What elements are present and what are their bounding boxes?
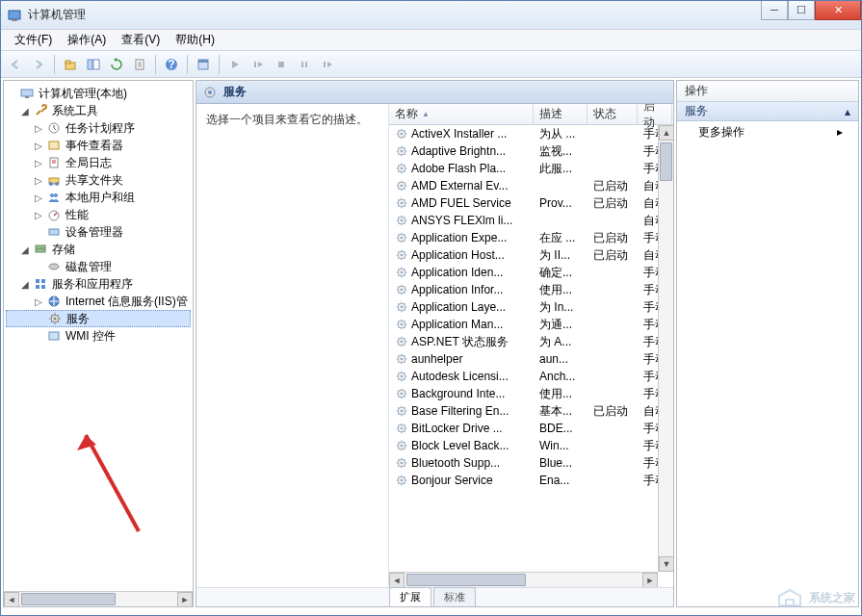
scroll-left-button[interactable]: ◄ [4, 592, 19, 607]
service-row[interactable]: ANSYS FLEXlm li...自动 [389, 212, 673, 229]
service-rows[interactable]: ActiveX Installer ...为从 ...手动Adaptive Br… [389, 125, 673, 587]
actions-section[interactable]: 服务 ▴ [677, 102, 858, 121]
menu-view[interactable]: 查看(V) [114, 30, 168, 50]
maximize-button[interactable]: ☐ [788, 1, 815, 20]
scroll-track[interactable] [659, 141, 673, 556]
services-hscrollbar[interactable]: ◄ ► [389, 572, 658, 587]
collapse-icon[interactable]: ◢ [19, 279, 31, 290]
tree-pane[interactable]: 计算机管理(本地) ◢ 系统工具 ▷ 任务计划程序 ▷ 事件查看器 [3, 80, 194, 607]
tree-shared-folders[interactable]: ▷ 共享文件夹 [6, 171, 191, 189]
scroll-thumb[interactable] [21, 593, 116, 605]
service-row[interactable]: aunhelperaun...手动 [389, 350, 673, 368]
service-row[interactable]: Application Expe...在应 ...已启动手动 [389, 229, 673, 246]
menu-help[interactable]: 帮助(H) [168, 30, 222, 50]
tree-wmi[interactable]: WMI 控件 [6, 327, 191, 345]
tree-device-manager[interactable]: 设备管理器 [6, 223, 191, 241]
restart-service-button[interactable] [317, 54, 338, 75]
svg-rect-38 [49, 332, 59, 340]
service-row[interactable]: Base Filtering En...基本...已启动自动 [389, 402, 673, 420]
expand-icon[interactable]: ▷ [33, 141, 44, 151]
tab-standard[interactable]: 标准 [433, 587, 476, 606]
show-hide-tree-button[interactable] [83, 54, 104, 75]
scroll-thumb[interactable] [406, 574, 526, 586]
more-actions-item[interactable]: 更多操作 ▸ [677, 121, 858, 142]
minimize-button[interactable]: ─ [761, 1, 788, 20]
collapse-icon[interactable]: ◢ [19, 244, 31, 255]
refresh-button[interactable] [106, 54, 127, 75]
nav-back-button[interactable] [5, 54, 26, 75]
service-row[interactable]: AMD External Ev...已启动自动 [389, 177, 673, 194]
service-row[interactable]: Bluetooth Supp...Blue...手动 [389, 454, 673, 472]
expand-icon[interactable]: ▷ [33, 192, 44, 203]
start-service-button[interactable] [224, 54, 246, 75]
tree-services[interactable]: 服务 [6, 310, 191, 327]
menu-action[interactable]: 操作(A) [60, 30, 114, 50]
service-row[interactable]: Application Laye...为 In...手动 [389, 298, 673, 316]
col-desc-header[interactable]: 描述 [534, 104, 588, 124]
service-row[interactable]: AMD FUEL ServiceProv...已启动自动 [389, 194, 673, 212]
service-row[interactable]: ActiveX Installer ...为从 ...手动 [389, 125, 673, 142]
scroll-up-button[interactable]: ▲ [659, 125, 673, 141]
tree-disk-mgmt[interactable]: 磁盘管理 [6, 258, 191, 275]
collapse-icon[interactable]: ◢ [19, 106, 31, 116]
titlebar[interactable]: 计算机管理 ─ ☐ ✕ [1, 1, 861, 30]
tree-storage[interactable]: ◢ 存储 [6, 241, 191, 258]
svg-rect-14 [305, 62, 307, 67]
tree-label: 服务和应用程序 [50, 276, 133, 293]
col-status-header[interactable]: 状态 [588, 104, 638, 124]
export-button[interactable] [129, 54, 150, 75]
tree-global-log[interactable]: ▷ 全局日志 [6, 154, 191, 171]
pause-then-button[interactable] [248, 54, 269, 75]
up-button[interactable] [60, 54, 81, 75]
cell-name: Application Laye... [389, 300, 534, 314]
menu-file[interactable]: 文件(F) [7, 30, 60, 50]
expand-icon[interactable]: ▷ [33, 175, 44, 186]
properties-button[interactable] [193, 54, 214, 75]
service-row[interactable]: Adaptive Brightn...监视...手动 [389, 142, 673, 160]
cell-desc: BDE... [534, 422, 588, 435]
service-row[interactable]: Application Man...为通...手动 [389, 316, 673, 333]
service-row[interactable]: Application Host...为 II...已启动自动 [389, 246, 673, 264]
service-row[interactable]: Application Infor...使用...手动 [389, 281, 673, 298]
expand-icon[interactable]: ▷ [33, 158, 44, 168]
nav-forward-button[interactable] [28, 54, 49, 75]
tree-iis[interactable]: ▷ Internet 信息服务(IIS)管 [6, 293, 191, 310]
services-vscrollbar[interactable]: ▲ ▼ [658, 125, 673, 572]
scroll-left-button[interactable]: ◄ [389, 573, 405, 587]
col-name-header[interactable]: 名称▲ [389, 104, 534, 124]
expand-icon[interactable]: ▷ [33, 296, 44, 307]
scroll-track[interactable] [405, 573, 642, 587]
stop-service-button[interactable] [271, 54, 292, 75]
expand-icon[interactable]: ▷ [33, 210, 44, 220]
svg-rect-15 [324, 62, 326, 67]
pause-service-button[interactable] [294, 54, 315, 75]
tree-root[interactable]: 计算机管理(本地) [6, 85, 191, 102]
tree-hscrollbar[interactable]: ◄ ► [4, 591, 193, 606]
close-button[interactable]: ✕ [815, 1, 861, 20]
help-button[interactable]: ? [161, 54, 182, 75]
service-row[interactable]: Block Level Back...Win...手动 [389, 437, 673, 454]
service-row[interactable]: Application Iden...确定...手动 [389, 264, 673, 281]
tree-performance[interactable]: ▷ 性能 [6, 206, 191, 223]
scroll-track[interactable] [19, 592, 177, 606]
expand-icon[interactable]: ▷ [33, 123, 44, 134]
tab-extended[interactable]: 扩展 [389, 587, 431, 606]
tree-local-users[interactable]: ▷ 本地用户和组 [6, 189, 191, 206]
tree-system-tools[interactable]: ◢ 系统工具 [6, 102, 191, 119]
tree-services-apps[interactable]: ◢ 服务和应用程序 [6, 275, 191, 293]
service-row[interactable]: BitLocker Drive ...BDE...手动 [389, 420, 673, 437]
service-row[interactable]: Bonjour ServiceEna...手动 [389, 472, 673, 489]
col-start-header[interactable]: 启动 [638, 104, 672, 124]
apps-icon [33, 276, 48, 292]
tree-task-scheduler[interactable]: ▷ 任务计划程序 [6, 119, 191, 137]
scroll-right-button[interactable]: ► [642, 573, 658, 587]
service-row[interactable]: Background Inte...使用...手动 [389, 385, 673, 402]
svc-name: Adobe Flash Pla... [411, 162, 506, 175]
scroll-down-button[interactable]: ▼ [659, 556, 673, 572]
tree-event-viewer[interactable]: ▷ 事件查看器 [6, 137, 191, 154]
service-row[interactable]: ASP.NET 状态服务为 A...手动 [389, 333, 673, 350]
scroll-thumb[interactable] [660, 142, 672, 181]
scroll-right-button[interactable]: ► [177, 592, 193, 607]
service-row[interactable]: Autodesk Licensi...Anch...手动 [389, 368, 673, 385]
service-row[interactable]: Adobe Flash Pla...此服...手动 [389, 160, 673, 177]
